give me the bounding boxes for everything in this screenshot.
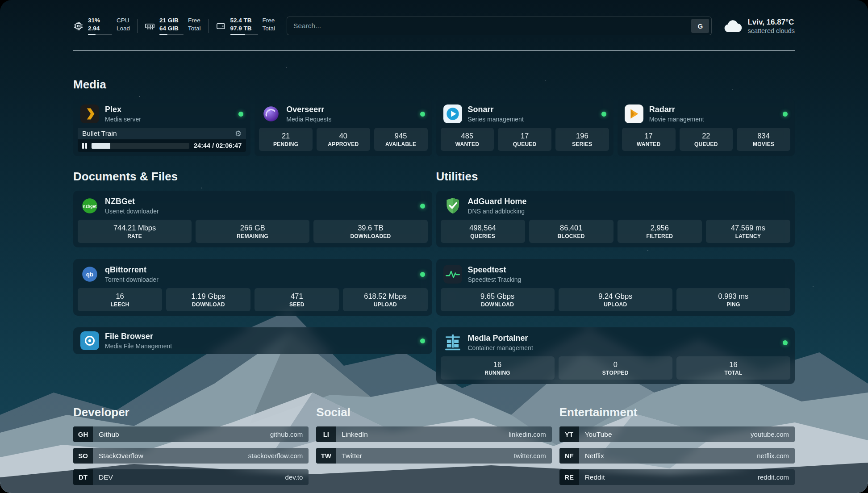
- status-indicator: [783, 112, 788, 117]
- status-indicator: [783, 340, 788, 345]
- plex-icon: [80, 104, 99, 123]
- pause-button[interactable]: [82, 143, 87, 149]
- status-indicator: [420, 272, 425, 277]
- snow-specks: [0, 0, 1, 1]
- app-name: qBittorrent: [105, 265, 159, 275]
- bookmark-name: Reddit: [579, 473, 605, 481]
- bookmark-url: twitter.com: [514, 452, 552, 460]
- disk-metric: 52.4 TB 97.9 TB Free Total: [216, 17, 275, 35]
- radarr-card[interactable]: Radarr Movie management 17WANTED 22QUEUE…: [618, 99, 795, 156]
- app-subtitle: Series management: [468, 116, 524, 123]
- svg-text:qb: qb: [86, 271, 94, 278]
- stat-filtered: 2,956FILTERED: [618, 220, 702, 243]
- gear-icon[interactable]: ⚙︎: [235, 130, 242, 138]
- section-title-social: Social: [316, 405, 551, 419]
- now-playing-row: Bullet Train ⚙︎: [78, 128, 246, 139]
- search-input[interactable]: [293, 22, 691, 30]
- bookmark-url: netflix.com: [757, 452, 795, 460]
- bookmark-stackoverflow[interactable]: SO StackOverflow stackoverflow.com: [73, 448, 309, 464]
- cpu-load: 2.94: [88, 25, 112, 33]
- stat-running: 16RUNNING: [441, 356, 555, 380]
- app-name: NZBGet: [105, 197, 159, 207]
- qbittorrent-icon: qb: [80, 265, 99, 284]
- stat-movies: 834MOVIES: [737, 128, 790, 151]
- weather-location: Lviv, 16.87°C: [747, 18, 795, 27]
- app-subtitle: DNS and adblocking: [468, 208, 527, 215]
- bookmark-abbr: YT: [559, 426, 579, 442]
- bookmark-twitter[interactable]: TW Twitter twitter.com: [316, 448, 551, 464]
- section-title-media: Media: [73, 78, 795, 92]
- cpu-icon: [73, 21, 83, 31]
- bookmarks-grid: Developer GH Github github.com SO StackO…: [73, 405, 795, 491]
- bookmark-linkedin[interactable]: LI LinkedIn linkedin.com: [316, 426, 551, 442]
- media-grid: Plex Media server Bullet Train ⚙︎ 24:44 …: [73, 99, 795, 156]
- playback-progress-bar[interactable]: [92, 143, 190, 149]
- disk-icon: [216, 21, 226, 31]
- bookmark-dev[interactable]: DT DEV dev.to: [73, 469, 309, 485]
- stat-upload: 9.24 GbpsUPLOAD: [559, 288, 672, 311]
- sonarr-card[interactable]: Sonarr Series management 485WANTED 17QUE…: [436, 99, 613, 156]
- bookmark-youtube[interactable]: YT YouTube youtube.com: [559, 426, 795, 442]
- nzbget-card[interactable]: nzbget NZBGet Usenet downloader 744.21 M…: [73, 191, 432, 247]
- overseerr-icon: [262, 104, 280, 123]
- speedtest-card[interactable]: Speedtest Speedtest Tracking 9.65 GbpsDO…: [436, 259, 795, 316]
- playback-time: 24:44 / 02:06:47: [194, 142, 242, 149]
- stat-queued: 17QUEUED: [498, 128, 551, 151]
- stat-total: 16TOTAL: [676, 356, 790, 380]
- stat-download: 1.19 GbpsDOWNLOAD: [166, 288, 250, 311]
- status-indicator: [420, 204, 425, 209]
- search-engine-button[interactable]: G: [691, 19, 709, 33]
- bookmark-url: linkedin.com: [509, 430, 551, 438]
- developer-column: Developer GH Github github.com SO StackO…: [73, 405, 309, 491]
- speedtest-icon: [443, 265, 462, 284]
- bookmark-abbr: TW: [316, 448, 336, 464]
- ram-label-top: Free: [188, 17, 201, 25]
- status-indicator: [420, 338, 425, 343]
- nzbget-icon: nzbget: [80, 196, 99, 215]
- filebrowser-card[interactable]: File Browser Media File Management: [73, 327, 432, 354]
- cloud-icon: [723, 19, 742, 33]
- bookmark-url: dev.to: [285, 473, 309, 481]
- bookmark-url: stackoverflow.com: [248, 452, 309, 460]
- section-title-documents: Documents & Files: [73, 170, 432, 184]
- qbittorrent-card[interactable]: qb qBittorrent Torrent downloader 16LEEC…: [73, 259, 432, 316]
- stat-queries: 498,564QUERIES: [441, 220, 525, 243]
- disk-bar: [230, 34, 258, 35]
- bookmark-name: YouTube: [579, 430, 612, 439]
- overseerr-card[interactable]: Overseerr Media Requests 21PENDING 40APP…: [255, 99, 432, 156]
- weather-condition: scattered clouds: [747, 27, 795, 34]
- topbar: 31% 2.94 CPU Load: [73, 13, 795, 38]
- app-name: File Browser: [105, 332, 172, 342]
- stat-ping: 0.993 msPING: [676, 288, 790, 311]
- cpu-percent: 31%: [88, 17, 112, 25]
- radarr-icon: [625, 104, 643, 123]
- bookmark-url: github.com: [270, 430, 309, 438]
- adguard-card[interactable]: AdGuard Home DNS and adblocking 498,564Q…: [436, 191, 795, 247]
- ram-metric: 21 GiB 64 GiB Free Total: [145, 17, 201, 35]
- disk-label-bottom: Total: [263, 25, 275, 33]
- plex-card[interactable]: Plex Media server Bullet Train ⚙︎ 24:44 …: [73, 99, 250, 156]
- stat-downloaded: 39.6 TBDOWNLOADED: [313, 220, 427, 243]
- stat-rate: 744.21 MbpsRATE: [78, 220, 192, 243]
- bookmark-name: Netflix: [579, 452, 604, 460]
- bookmark-reddit[interactable]: RE Reddit reddit.com: [559, 469, 795, 485]
- stat-latency: 47.569 msLATENCY: [706, 220, 790, 243]
- stat-leech: 16LEECH: [78, 288, 162, 311]
- app-subtitle: Speedtest Tracking: [468, 276, 522, 283]
- app-subtitle: Torrent downloader: [105, 276, 159, 283]
- stat-upload: 618.52 MbpsUPLOAD: [343, 288, 427, 311]
- cpu-metric: 31% 2.94 CPU Load: [73, 17, 130, 35]
- metric-divider: [208, 19, 209, 33]
- bookmark-abbr: SO: [73, 448, 93, 464]
- bookmark-url: reddit.com: [758, 473, 795, 481]
- utilities-column: Utilities AdGuard Home DNS and adblockin…: [436, 170, 795, 384]
- bookmark-abbr: RE: [559, 469, 579, 485]
- svg-text:nzbget: nzbget: [83, 204, 97, 209]
- bookmark-github[interactable]: GH Github github.com: [73, 426, 309, 442]
- search-bar[interactable]: G: [287, 17, 712, 35]
- bookmark-name: Twitter: [336, 452, 362, 460]
- bookmark-name: LinkedIn: [336, 430, 368, 439]
- stat-available: 945AVAILABLE: [374, 128, 428, 151]
- bookmark-netflix[interactable]: NF Netflix netflix.com: [559, 448, 795, 464]
- portainer-card[interactable]: Media Portainer Container management 16R…: [436, 327, 795, 384]
